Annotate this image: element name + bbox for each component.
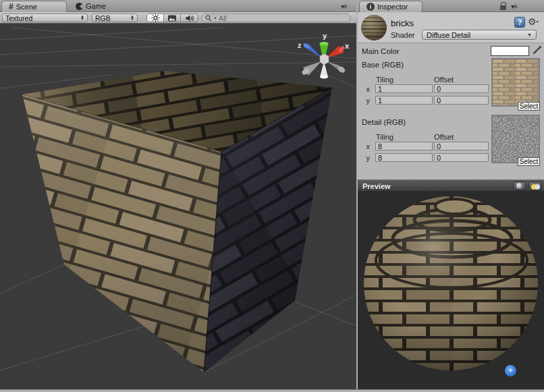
base-texture-thumb[interactable] <box>491 58 540 107</box>
tab-inspector[interactable]: i Inspector <box>359 1 423 12</box>
detail-tiling-y-field[interactable] <box>375 153 433 162</box>
base-offset-y-field[interactable] <box>434 96 489 105</box>
detail-x-label: x <box>363 142 370 150</box>
preview-mesh-button[interactable] <box>513 181 526 190</box>
scene-search-field[interactable]: ▼ <box>201 13 351 22</box>
render-mode-dropdown[interactable]: Textured ▲▼ <box>2 13 88 22</box>
help-icon[interactable]: ? <box>514 17 525 28</box>
lighting-toggle-button[interactable] <box>147 14 164 22</box>
detail-offset-y-field[interactable] <box>434 153 489 162</box>
detail-tiling-header: Tiling <box>376 133 393 141</box>
preview-title: Preview <box>362 182 391 190</box>
inspector-panel-menu-icon[interactable]: ▾≡ <box>511 3 517 10</box>
render-mode-value: Textured <box>5 14 80 22</box>
scene-view-toggles <box>146 13 198 22</box>
gizmo-z-label[interactable]: z <box>298 41 302 49</box>
info-icon: i <box>366 3 375 11</box>
scene-3d-render: y x z <box>0 24 356 389</box>
gear-icon[interactable]: ⚙▾ <box>528 16 539 27</box>
preview-lighting-button[interactable] <box>528 181 541 190</box>
detail-texture-thumb[interactable] <box>491 115 540 163</box>
chevron-down-icon: ▼ <box>527 32 532 37</box>
base-tiling-y-field[interactable] <box>375 96 433 105</box>
detail-y-label: y <box>363 154 370 162</box>
gizmo-y-label[interactable]: y <box>323 32 327 40</box>
base-tiling-x-field[interactable] <box>375 84 433 93</box>
bottom-strip <box>0 389 544 392</box>
tab-inspector-label: Inspector <box>377 3 408 11</box>
image-icon <box>167 14 177 22</box>
base-select-button[interactable]: Select <box>518 102 540 111</box>
lock-icon[interactable] <box>500 5 506 10</box>
tab-scene[interactable]: # Scene <box>1 1 67 12</box>
base-section-label: Base (RGB) <box>362 61 404 69</box>
unity-editor-window: # Scene Game ▾≡ Textured ▲▼ RGB ▲▼ <box>0 0 544 392</box>
add-button[interactable]: + <box>505 365 516 376</box>
sun-icon <box>151 13 160 22</box>
popup-arrows-icon: ▲▼ <box>80 16 84 20</box>
scene-tabstrip: # Scene Game ▾≡ <box>0 0 356 12</box>
search-filter-caret-icon[interactable]: ▼ <box>213 16 217 20</box>
detail-select-button[interactable]: Select <box>518 157 540 166</box>
speaker-icon <box>185 14 194 22</box>
detail-section-label: Detail (RGB) <box>362 118 406 126</box>
base-offset-x-field[interactable] <box>434 84 489 93</box>
sphere-icon <box>516 183 522 189</box>
game-view-icon <box>76 3 83 10</box>
shader-dropdown[interactable]: Diffuse Detail ▼ <box>422 30 537 40</box>
search-icon <box>205 15 212 22</box>
preview-sphere-render <box>358 192 544 389</box>
material-properties: Main Color Base (RGB) <box>358 43 544 179</box>
scene-panel-menu-icon[interactable]: ▾≡ <box>341 3 347 10</box>
brick-cube[interactable] <box>0 51 356 388</box>
color-mode-value: RGB <box>95 14 130 22</box>
inspector-tabstrip: i Inspector ▾≡ <box>358 0 544 12</box>
shader-dropdown-value: Diffuse Detail <box>427 31 470 39</box>
panel-divider[interactable] <box>356 0 358 389</box>
main-color-label: Main Color <box>362 47 400 55</box>
material-name: bricks <box>391 18 414 28</box>
base-offset-header: Offset <box>434 76 454 84</box>
preview-header[interactable]: Preview <box>358 179 544 192</box>
material-preview-thumb[interactable] <box>361 15 387 40</box>
popup-arrows-icon: ▲▼ <box>130 16 134 20</box>
base-y-label: y <box>363 96 370 105</box>
detail-tiling-x-field[interactable] <box>375 142 433 150</box>
light-dot2-icon <box>535 184 540 190</box>
base-x-label: x <box>363 85 370 93</box>
scene-grid-icon: # <box>9 2 13 11</box>
skybox-toggle-button[interactable] <box>164 14 181 22</box>
scene-toolbar: Textured ▲▼ RGB ▲▼ <box>0 12 356 24</box>
detail-offset-header: Offset <box>434 133 454 141</box>
audio-toggle-button[interactable] <box>181 14 198 22</box>
inspector-panel: bricks Shader Diffuse Detail ▼ ? ⚙▾ Main… <box>358 12 544 179</box>
eyedropper-icon[interactable] <box>532 45 542 55</box>
search-input[interactable] <box>219 14 333 22</box>
main-color-swatch[interactable] <box>491 46 529 56</box>
shader-label: Shader <box>391 31 414 39</box>
gizmo-x-label[interactable]: x <box>345 42 350 50</box>
tab-game[interactable]: Game <box>76 0 106 12</box>
color-mode-dropdown[interactable]: RGB ▲▼ <box>92 13 138 22</box>
preview-viewport[interactable]: + <box>358 192 544 389</box>
material-header: bricks Shader Diffuse Detail ▼ ? ⚙▾ <box>358 12 544 43</box>
scene-viewport[interactable]: y x z <box>0 24 356 389</box>
tab-scene-label: Scene <box>16 3 37 11</box>
base-tiling-header: Tiling <box>376 76 393 84</box>
tab-game-label: Game <box>86 2 106 10</box>
detail-offset-x-field[interactable] <box>434 142 489 150</box>
